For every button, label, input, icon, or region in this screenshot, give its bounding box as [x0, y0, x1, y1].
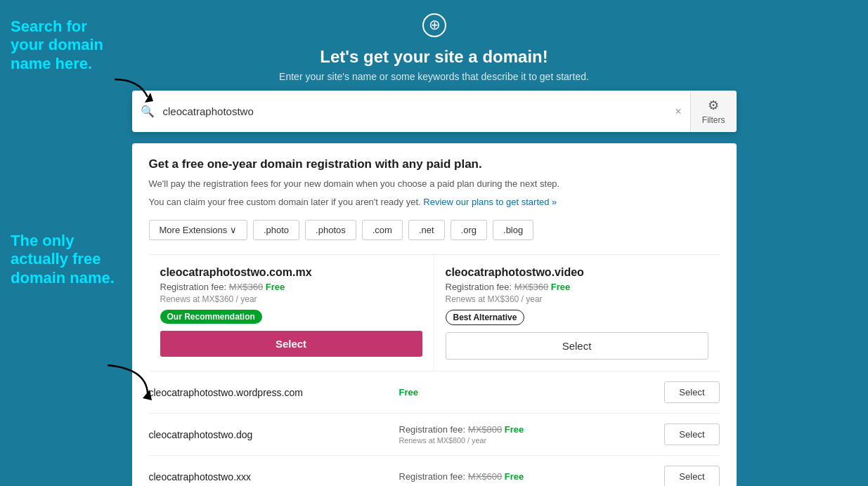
- badge-recommend: Our Recommendation: [160, 310, 262, 324]
- select-xxx-button[interactable]: Select: [664, 466, 719, 486]
- domain-price-video: Registration fee: MX$360 Free: [446, 282, 708, 292]
- filters-button[interactable]: ⚙ Filters: [690, 91, 737, 132]
- domain-name-dog: cleocatraphotostwo.dog: [149, 429, 399, 440]
- search-input[interactable]: [163, 97, 667, 126]
- arrow-free-icon: [104, 362, 153, 404]
- arrow-search-icon: [111, 76, 153, 104]
- domain-price-xxx: Registration fee: MX$600 Free: [399, 471, 649, 482]
- svg-text:⊕: ⊕: [428, 17, 440, 32]
- page-title: Let's get your site a domain!: [0, 47, 868, 67]
- domain-name-xxx: cleocatraphotostwo.xxx: [149, 471, 399, 482]
- free-label-commx: Free: [266, 282, 285, 292]
- search-bar: 🔍 × ⚙ Filters: [132, 91, 737, 132]
- ext-net-button[interactable]: .net: [408, 220, 445, 240]
- ext-photos-button[interactable]: .photos: [305, 220, 356, 240]
- domain-price-wordpress: Free: [399, 387, 649, 398]
- domain-card-video: cleocatraphotostwo.video Registration fe…: [434, 255, 720, 372]
- original-price-xxx: MX$600: [468, 471, 502, 482]
- gear-icon: ⚙: [708, 98, 719, 113]
- promo-link[interactable]: Review our plans to get started »: [423, 197, 557, 207]
- wordpress-logo: ⊕: [0, 13, 868, 43]
- ext-photo-button[interactable]: .photo: [253, 220, 299, 240]
- domain-name-video: cleocatraphotostwo.video: [446, 266, 708, 279]
- domain-row-xxx: cleocatraphotostwo.xxx Registration fee:…: [149, 456, 720, 486]
- search-clear-button[interactable]: ×: [666, 105, 689, 118]
- domain-row-dog: cleocatraphotostwo.dog Registration fee:…: [149, 414, 720, 456]
- original-price-dog: MX$800: [468, 424, 502, 435]
- domain-name-wordpress: cleocatraphotostwo.wordpress.com: [149, 387, 399, 398]
- badge-alternative: Best Alternative: [446, 310, 525, 325]
- renew-dog: Renews at MX$800 / year: [399, 436, 487, 445]
- domain-select-wordpress: Select: [649, 381, 720, 403]
- original-price-commx: MX$360: [229, 282, 263, 292]
- select-video-button[interactable]: Select: [446, 332, 708, 360]
- promo-title: Get a free one-year domain registration …: [149, 157, 720, 171]
- domain-select-xxx: Select: [649, 466, 720, 486]
- domain-name-commx: cleocatraphotostwo.com.mx: [160, 266, 422, 279]
- domain-price-dog: Registration fee: MX$800 Free Renews at …: [399, 424, 649, 445]
- promo-line1: We'll pay the registration fees for your…: [149, 177, 720, 191]
- ext-com-button[interactable]: .com: [362, 220, 403, 240]
- extension-filters: More Extensions ∨ .photo .photos .com .n…: [149, 220, 720, 240]
- featured-domains: cleocatraphotostwo.com.mx Registration f…: [149, 254, 720, 372]
- select-wordpress-button[interactable]: Select: [664, 381, 719, 403]
- ext-org-button[interactable]: .org: [451, 220, 487, 240]
- main-content: Get a free one-year domain registration …: [132, 143, 737, 486]
- free-tag-xxx: Free: [505, 471, 524, 482]
- renew-commx: Renews at MX$360 / year: [160, 294, 422, 304]
- select-dog-button[interactable]: Select: [664, 423, 719, 445]
- promo-line2: You can claim your free custom domain la…: [149, 195, 720, 209]
- promo-banner: Get a free one-year domain registration …: [149, 157, 720, 209]
- more-extensions-button[interactable]: More Extensions ∨: [149, 220, 247, 240]
- search-icon: 🔍: [132, 105, 163, 118]
- renew-video: Renews at MX$360 / year: [446, 294, 708, 304]
- ext-blog-button[interactable]: .blog: [493, 220, 533, 240]
- annotation-free: The only actually free domain name.: [11, 232, 119, 287]
- free-label-video: Free: [551, 282, 570, 292]
- free-tag-dog: Free: [505, 424, 524, 435]
- filters-label: Filters: [702, 115, 725, 125]
- domain-card-commx: cleocatraphotostwo.com.mx Registration f…: [149, 255, 434, 372]
- original-price-video: MX$360: [514, 282, 548, 292]
- free-tag-wordpress: Free: [399, 387, 418, 398]
- domain-price-commx: Registration fee: MX$360 Free: [160, 282, 422, 292]
- domain-row-wordpress: cleocatraphotostwo.wordpress.com Free Se…: [149, 372, 720, 414]
- annotation-search: Search for your domain name here.: [11, 18, 123, 73]
- domain-select-dog: Select: [649, 423, 720, 445]
- select-commx-button[interactable]: Select: [160, 331, 422, 357]
